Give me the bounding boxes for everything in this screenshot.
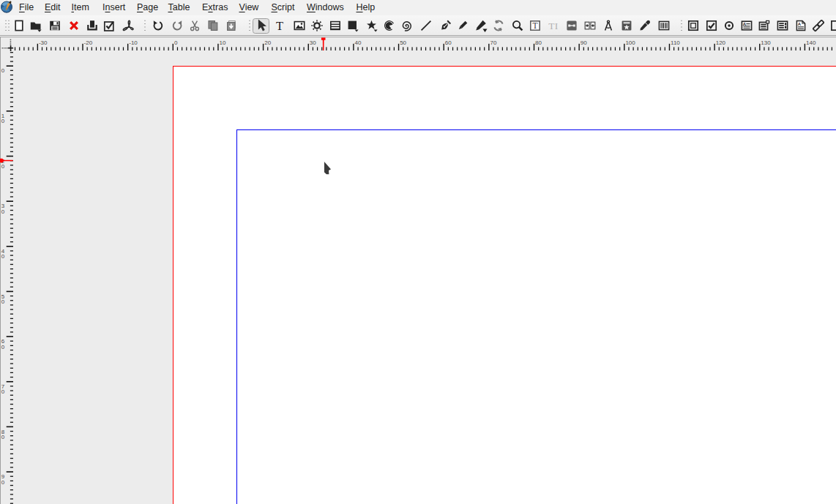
svg-text:A: A bbox=[798, 22, 802, 26]
svg-text:120: 120 bbox=[716, 40, 726, 46]
svg-text:-30: -30 bbox=[39, 40, 48, 46]
svg-text:40: 40 bbox=[355, 40, 362, 46]
svg-text:0: 0 bbox=[1, 388, 5, 395]
svg-text:0: 0 bbox=[1, 118, 5, 124]
svg-text:0: 0 bbox=[1, 163, 5, 170]
svg-text:0: 0 bbox=[1, 344, 5, 350]
svg-text:30: 30 bbox=[310, 40, 316, 46]
svg-text:140: 140 bbox=[806, 40, 816, 46]
svg-text:0: 0 bbox=[1, 67, 5, 74]
svg-text:0: 0 bbox=[1, 479, 5, 486]
svg-text:T: T bbox=[276, 20, 283, 33]
svg-text:130: 130 bbox=[761, 40, 771, 46]
svg-text:-10: -10 bbox=[129, 40, 138, 46]
svg-text:-20: -20 bbox=[84, 40, 93, 46]
svg-text:T: T bbox=[533, 21, 538, 30]
svg-text:80: 80 bbox=[535, 40, 542, 46]
svg-text:100: 100 bbox=[625, 40, 635, 46]
svg-text:A: A bbox=[743, 22, 747, 26]
svg-text:70: 70 bbox=[490, 40, 496, 46]
svg-text:50: 50 bbox=[400, 40, 406, 46]
svg-text:110: 110 bbox=[671, 40, 680, 46]
svg-text:60: 60 bbox=[445, 40, 452, 46]
svg-text:90: 90 bbox=[581, 40, 587, 46]
svg-text:20: 20 bbox=[264, 40, 271, 46]
svg-text:TI: TI bbox=[548, 20, 559, 31]
svg-text:0: 0 bbox=[1, 434, 5, 440]
svg-text:0: 0 bbox=[1, 298, 5, 305]
svg-text:0: 0 bbox=[1, 253, 5, 260]
svg-text:10: 10 bbox=[220, 40, 226, 46]
svg-text:0: 0 bbox=[174, 40, 178, 46]
svg-text:0: 0 bbox=[1, 208, 5, 215]
